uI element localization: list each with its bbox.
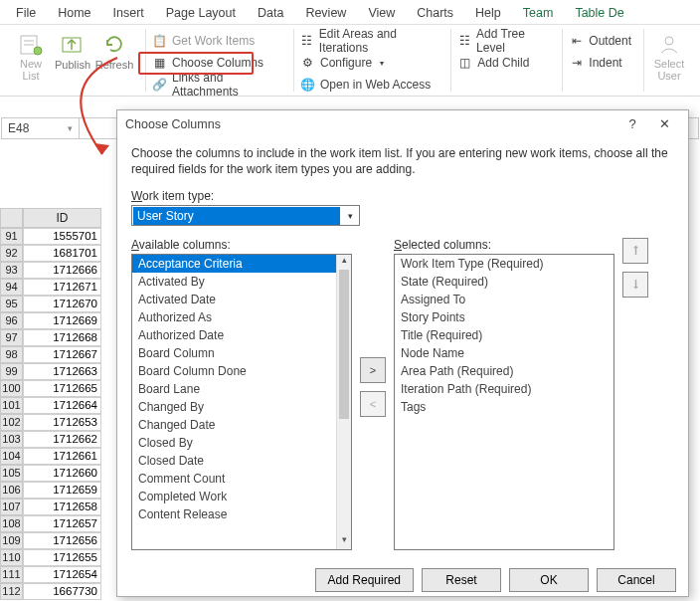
cell[interactable]: 1712661 (23, 448, 101, 465)
cell[interactable]: 1712668 (23, 329, 101, 346)
row-header[interactable]: 111 (0, 566, 23, 583)
list-item[interactable]: Closed Date (132, 452, 336, 470)
row-header[interactable]: 91 (0, 228, 23, 245)
edit-areas-button[interactable]: ☷Edit Areas and Iterations (298, 31, 440, 51)
row-header[interactable]: 103 (0, 431, 23, 448)
row-header[interactable]: 102 (0, 414, 23, 431)
links-attachments-button[interactable]: 🔗Links and Attachments (150, 75, 283, 95)
ok-button[interactable]: OK (509, 568, 589, 592)
available-columns-list[interactable]: Acceptance CriteriaActivated ByActivated… (131, 254, 352, 550)
outdent-button[interactable]: ⇤Outdent (567, 31, 633, 51)
close-button[interactable]: ✕ (648, 116, 680, 131)
cell[interactable]: 1712663 (23, 363, 101, 380)
row-header[interactable]: 97 (0, 329, 23, 346)
move-down-button[interactable]: 🠗 (622, 272, 648, 298)
list-item[interactable]: Area Path (Required) (395, 362, 613, 380)
cancel-button[interactable]: Cancel (597, 568, 676, 592)
tab-table-de[interactable]: Table De (575, 6, 623, 20)
row-header[interactable]: 99 (0, 363, 23, 380)
row-header[interactable]: 108 (0, 515, 23, 532)
row-header[interactable]: 95 (0, 296, 23, 312)
indent-button[interactable]: ⇥Indent (567, 53, 633, 73)
row-header[interactable]: 107 (0, 499, 23, 515)
list-item[interactable]: State (Required) (395, 273, 613, 291)
new-list-button[interactable]: New List (10, 29, 52, 92)
cell[interactable]: 1667730 (23, 583, 101, 600)
list-item[interactable]: Acceptance Criteria (132, 255, 336, 273)
row-header[interactable]: 93 (0, 262, 23, 279)
workitem-type-select[interactable]: User Story ▾ (131, 205, 360, 226)
selected-columns-list[interactable]: Work Item Type (Required)State (Required… (394, 254, 614, 550)
list-item[interactable]: Board Lane (132, 380, 336, 398)
list-item[interactable]: Authorized As (132, 308, 336, 326)
cell[interactable]: 1712656 (23, 532, 101, 549)
row-header[interactable]: 92 (0, 245, 23, 262)
list-item[interactable]: Iteration Path (Required) (395, 380, 613, 398)
tab-home[interactable]: Home (58, 6, 90, 20)
list-item[interactable]: Activated By (132, 273, 336, 291)
open-web-button[interactable]: 🌐Open in Web Access (298, 75, 440, 95)
cell[interactable]: 1712659 (23, 482, 101, 499)
row-header[interactable]: 109 (0, 532, 23, 549)
row-header[interactable]: 106 (0, 482, 23, 499)
get-work-items-button[interactable]: 📋Get Work Items (150, 31, 283, 51)
row-header[interactable]: 104 (0, 448, 23, 465)
cell[interactable]: 1712657 (23, 515, 101, 532)
scroll-down-icon[interactable]: ▾ (337, 534, 351, 549)
list-item[interactable]: Story Points (395, 308, 613, 326)
reset-button[interactable]: Reset (422, 568, 501, 592)
list-item[interactable]: Comment Count (132, 470, 336, 488)
list-item[interactable]: Content Release (132, 505, 336, 523)
cell[interactable]: 1712655 (23, 549, 101, 566)
tab-review[interactable]: Review (305, 6, 346, 20)
move-right-button[interactable]: > (360, 357, 386, 383)
add-child-button[interactable]: ◫Add Child (455, 53, 552, 73)
add-required-button[interactable]: Add Required (315, 568, 414, 592)
select-user-button[interactable]: Select User (648, 29, 690, 82)
list-item[interactable]: Completed Work (132, 488, 336, 505)
scrollbar[interactable]: ▴ ▾ (336, 255, 351, 549)
tab-data[interactable]: Data (258, 6, 283, 20)
list-item[interactable]: Tags (395, 398, 613, 416)
help-button[interactable]: ? (616, 116, 648, 131)
cell[interactable]: 1712670 (23, 296, 101, 312)
list-item[interactable]: Assigned To (395, 291, 613, 308)
cell[interactable]: 1712666 (23, 262, 101, 279)
cell[interactable]: 1712671 (23, 279, 101, 296)
scrollbar-thumb[interactable] (339, 270, 349, 419)
row-header[interactable]: 94 (0, 279, 23, 296)
row-header[interactable]: 112 (0, 583, 23, 600)
cell[interactable]: 1712665 (23, 380, 101, 397)
tab-file[interactable]: File (16, 6, 36, 20)
cell[interactable]: 1712662 (23, 431, 101, 448)
tab-page-layout[interactable]: Page Layout (166, 6, 236, 20)
list-item[interactable]: Node Name (395, 344, 613, 362)
list-item[interactable]: Authorized Date (132, 326, 336, 344)
select-all-cell[interactable] (0, 208, 23, 228)
row-header[interactable]: 101 (0, 397, 23, 414)
cell[interactable]: 1712664 (23, 397, 101, 414)
tab-insert[interactable]: Insert (113, 6, 144, 20)
list-item[interactable]: Activated Date (132, 291, 336, 308)
list-item[interactable]: Board Column Done (132, 362, 336, 380)
add-tree-level-button[interactable]: ☷Add Tree Level (455, 31, 552, 51)
list-item[interactable]: Closed By (132, 434, 336, 452)
list-item[interactable]: Changed By (132, 398, 336, 416)
cell[interactable]: 1712669 (23, 312, 101, 329)
row-header[interactable]: 100 (0, 380, 23, 397)
column-header[interactable]: ID (23, 208, 101, 228)
cell[interactable]: 1712667 (23, 346, 101, 363)
tab-view[interactable]: View (368, 6, 395, 20)
move-up-button[interactable]: 🠕 (622, 238, 648, 264)
tab-team[interactable]: Team (523, 6, 554, 20)
row-header[interactable]: 96 (0, 312, 23, 329)
list-item[interactable]: Title (Required) (395, 326, 613, 344)
cell[interactable]: 1712653 (23, 414, 101, 431)
list-item[interactable]: Changed Date (132, 416, 336, 434)
move-left-button[interactable]: < (360, 391, 386, 417)
tab-help[interactable]: Help (475, 6, 501, 20)
list-item[interactable]: Board Column (132, 344, 336, 362)
cell[interactable]: 1681701 (23, 245, 101, 262)
cell[interactable]: 1555701 (23, 228, 101, 245)
row-header[interactable]: 98 (0, 346, 23, 363)
